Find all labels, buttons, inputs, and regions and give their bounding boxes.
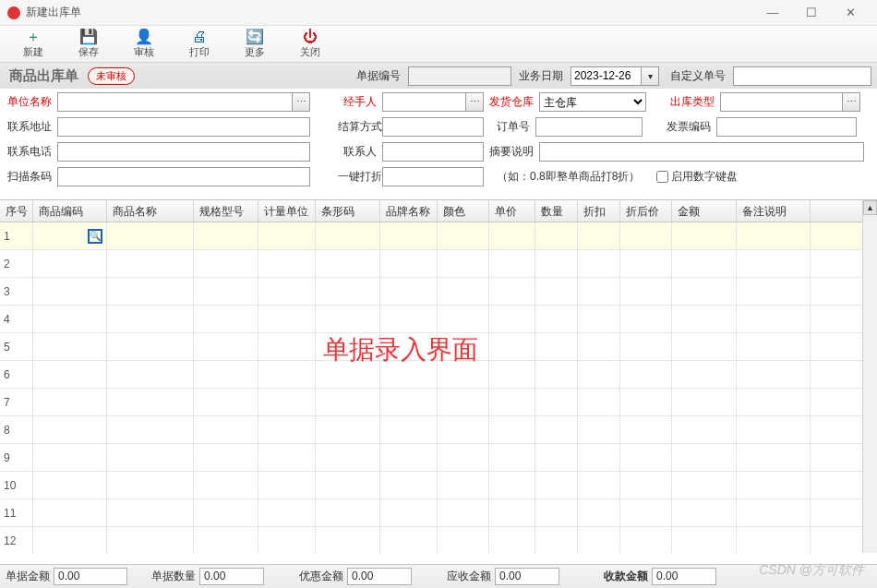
table-cell[interactable] [620,527,672,553]
table-cell[interactable] [258,222,316,249]
out-type-lookup-button[interactable]: ⋯ [842,92,860,112]
table-cell[interactable] [620,222,672,249]
table-cell[interactable] [620,278,672,305]
table-cell[interactable] [316,527,380,553]
table-row[interactable]: 8 [0,416,862,444]
table-cell[interactable] [107,333,194,360]
column-header[interactable]: 商品编码 [33,200,107,222]
table-cell[interactable] [489,333,535,360]
table-cell[interactable] [672,306,737,332]
table-cell[interactable] [380,306,438,332]
data-grid[interactable]: 序号商品编码商品名称规格型号计量单位条形码品牌名称颜色单价数量折扣折后价金额备注… [0,200,862,553]
table-cell[interactable] [107,389,194,415]
column-header[interactable]: 序号 [0,200,33,222]
table-cell[interactable] [737,250,811,277]
bill-no-input[interactable] [408,66,511,86]
lookup-icon[interactable]: 🔍 [88,229,102,244]
table-cell[interactable] [107,278,194,305]
table-cell[interactable] [258,444,316,471]
table-cell[interactable] [194,361,258,388]
table-cell[interactable] [489,306,535,332]
unit-lookup-button[interactable]: ⋯ [292,92,310,112]
table-cell[interactable] [672,389,737,415]
table-cell[interactable] [535,416,578,443]
table-cell[interactable] [316,278,380,305]
table-cell[interactable] [107,306,194,332]
table-cell[interactable] [620,499,672,526]
biz-date-input[interactable] [571,66,641,86]
numpad-checkbox[interactable]: 启用数字键盘 [656,169,738,185]
table-cell[interactable] [578,278,620,305]
table-cell[interactable] [380,416,438,443]
table-cell[interactable]: 2 [0,250,33,277]
table-cell[interactable] [194,472,258,498]
table-row[interactable]: 2 [0,250,862,278]
table-cell[interactable] [535,222,578,249]
table-cell[interactable] [489,499,535,526]
table-cell[interactable] [535,333,578,360]
order-no-input[interactable] [535,117,643,137]
table-cell[interactable] [33,499,107,526]
table-cell[interactable] [316,472,380,498]
table-cell[interactable] [737,389,811,415]
table-cell[interactable] [316,499,380,526]
table-cell[interactable] [194,250,258,277]
table-cell[interactable] [194,333,258,360]
table-cell[interactable] [380,222,438,249]
table-cell[interactable] [258,306,316,332]
table-cell[interactable] [620,361,672,388]
table-cell[interactable] [737,416,811,443]
table-cell[interactable] [672,472,737,498]
table-cell[interactable] [316,222,380,249]
column-header[interactable]: 金额 [672,200,737,222]
table-cell[interactable] [535,389,578,415]
table-cell[interactable] [194,499,258,526]
table-cell[interactable] [578,499,620,526]
table-cell[interactable] [438,472,489,498]
table-row[interactable]: 4 [0,306,862,333]
table-cell[interactable] [258,250,316,277]
table-cell[interactable] [737,444,811,471]
table-cell[interactable]: 10 [0,472,33,498]
out-type-input[interactable] [720,92,842,112]
table-cell[interactable]: 12 [0,527,33,553]
table-cell[interactable] [380,444,438,471]
column-header[interactable]: 数量 [535,200,578,222]
table-cell[interactable] [737,361,811,388]
table-cell[interactable] [194,278,258,305]
table-cell[interactable] [620,444,672,471]
table-cell[interactable]: 11 [0,499,33,526]
table-cell[interactable]: 7 [0,389,33,415]
table-cell[interactable] [489,278,535,305]
table-cell[interactable] [258,389,316,415]
table-cell[interactable] [258,416,316,443]
table-cell[interactable] [33,278,107,305]
table-cell[interactable] [535,444,578,471]
table-cell[interactable] [672,499,737,526]
table-cell[interactable] [258,278,316,305]
print-button[interactable]: 🖨打印 [172,27,227,62]
more-button[interactable]: 🔄更多 [227,27,282,62]
table-cell[interactable] [107,222,194,249]
table-row[interactable]: 11 [0,499,862,527]
table-cell[interactable] [578,416,620,443]
warehouse-select[interactable]: 主仓库 [539,92,646,112]
table-cell[interactable] [258,361,316,388]
table-cell[interactable] [258,499,316,526]
table-cell[interactable] [438,361,489,388]
table-cell[interactable] [578,444,620,471]
table-row[interactable]: 10 [0,472,862,499]
table-cell[interactable] [438,250,489,277]
table-cell[interactable] [535,306,578,332]
table-cell[interactable] [107,527,194,553]
table-cell[interactable] [672,333,737,360]
table-cell[interactable] [258,527,316,553]
table-cell[interactable] [535,361,578,388]
table-cell[interactable] [33,361,107,388]
table-row[interactable]: 3 [0,278,862,306]
table-cell[interactable] [194,222,258,249]
table-cell[interactable] [438,222,489,249]
column-header[interactable]: 单价 [489,200,535,222]
table-cell[interactable] [33,527,107,553]
table-cell[interactable] [578,333,620,360]
